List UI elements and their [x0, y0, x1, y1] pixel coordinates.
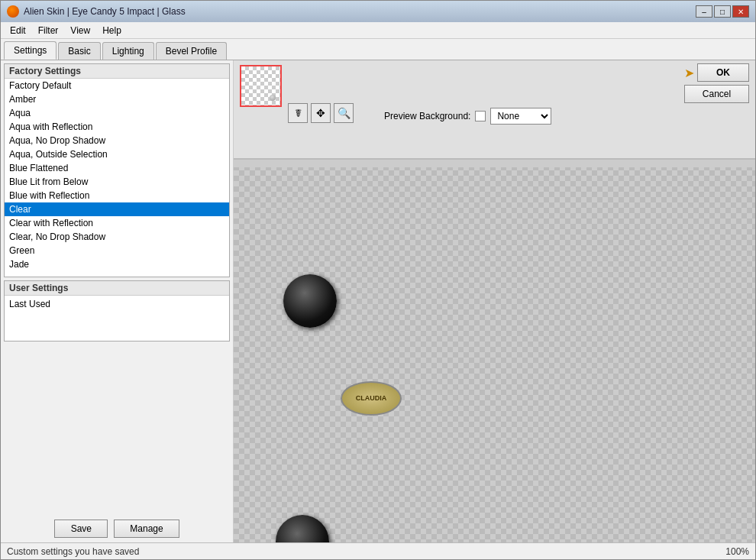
user-group-label: User Settings — [5, 281, 229, 296]
list-item[interactable]: Aqua — [5, 106, 229, 120]
right-panel: ☤ ✥ 🔍 Preview Background: None White Bla… — [234, 60, 755, 542]
preview-strip — [234, 160, 755, 167]
list-item[interactable]: Amber — [5, 92, 229, 106]
list-item[interactable]: Factory Default — [5, 79, 229, 92]
factory-settings-group: Factory Settings Factory Default Amber A… — [4, 63, 230, 277]
list-item-last-used[interactable]: Last Used — [5, 297, 229, 311]
menu-edit[interactable]: Edit — [4, 24, 32, 37]
ok-arrow-icon: ➤ — [684, 66, 694, 80]
cancel-button[interactable]: Cancel — [684, 85, 749, 103]
list-item[interactable]: Clear with Reflection — [5, 216, 229, 230]
glass-ball-1 — [283, 274, 337, 328]
menu-help[interactable]: Help — [96, 24, 128, 37]
user-settings-group: User Settings Last Used — [4, 280, 230, 342]
list-item[interactable]: Aqua, Outside Selection — [5, 147, 229, 161]
menu-view[interactable]: View — [64, 24, 96, 37]
glass-ball-2 — [276, 515, 329, 542]
list-item[interactable]: Blue with Reflection — [5, 189, 229, 202]
menu-filter[interactable]: Filter — [32, 24, 65, 37]
tab-bevel-profile[interactable]: Bevel Profile — [156, 42, 227, 60]
preview-bg-label: Preview Background: — [384, 111, 470, 121]
left-panel: Factory Settings Factory Default Amber A… — [1, 60, 234, 542]
tab-settings[interactable]: Settings — [4, 41, 57, 60]
save-button[interactable]: Save — [54, 520, 108, 538]
app-icon — [7, 5, 19, 18]
list-item[interactable]: Opaque Aqua — [5, 271, 229, 274]
ok-cancel-area: ➤ OK Cancel — [684, 63, 749, 103]
zoom-level: 100% — [725, 546, 749, 557]
manage-button[interactable]: Manage — [114, 520, 179, 538]
minimize-button[interactable]: – — [696, 5, 712, 18]
menubar: Edit Filter View Help — [1, 22, 755, 39]
zoom-tool-button[interactable]: 🔍 — [334, 103, 354, 123]
close-button[interactable]: ✕ — [732, 5, 749, 18]
claudia-logo: CLAUDIA — [341, 381, 402, 416]
status-bar: Custom settings you have saved 100% — [1, 542, 755, 559]
main-content: Factory Settings Factory Default Amber A… — [1, 60, 755, 542]
list-item[interactable]: Aqua, No Drop Shadow — [5, 134, 229, 147]
hand-tool-button[interactable]: ☤ — [288, 103, 308, 123]
bottom-buttons: Save Manage — [1, 515, 233, 542]
list-item[interactable]: Blue Flattened — [5, 161, 229, 175]
bg-dropdown[interactable]: None White Black Custom — [490, 108, 551, 125]
user-settings-list: Last Used — [5, 296, 229, 312]
status-text: Custom settings you have saved — [7, 546, 139, 557]
factory-group-label: Factory Settings — [5, 64, 229, 79]
list-item[interactable]: Jade — [5, 257, 229, 271]
tab-bar: Settings Basic Lighting Bevel Profile — [1, 39, 755, 60]
preview-toolbar: ☤ ✥ 🔍 Preview Background: None White Bla… — [234, 60, 755, 160]
list-item[interactable]: Clear, No Drop Shadow — [5, 230, 229, 244]
title-bar: Alien Skin | Eye Candy 5 Impact | Glass … — [1, 1, 755, 22]
factory-settings-list[interactable]: Factory Default Amber Aqua Aqua with Ref… — [5, 79, 229, 274]
window-title: Alien Skin | Eye Candy 5 Impact | Glass — [24, 6, 186, 17]
tab-lighting[interactable]: Lighting — [102, 42, 154, 60]
title-bar-left: Alien Skin | Eye Candy 5 Impact | Glass — [7, 5, 186, 18]
thumbnail-dot — [270, 95, 276, 101]
list-item[interactable]: Blue Lit from Below — [5, 175, 229, 189]
list-item[interactable]: Green — [5, 244, 229, 257]
settings-list-container: Factory Settings Factory Default Amber A… — [1, 60, 233, 515]
bg-color-swatch[interactable] — [475, 111, 486, 121]
thumbnail-preview — [240, 65, 282, 107]
tab-basic[interactable]: Basic — [58, 42, 100, 60]
move-tool-button[interactable]: ✥ — [311, 103, 331, 123]
maximize-button[interactable]: □ — [714, 5, 731, 18]
preview-area: CLAUDIA — [234, 160, 755, 542]
list-item-clear-selected[interactable]: Clear — [5, 202, 229, 216]
main-window: Alien Skin | Eye Candy 5 Impact | Glass … — [0, 0, 756, 560]
ok-button[interactable]: OK — [697, 63, 749, 82]
list-item[interactable]: Aqua with Reflection — [5, 120, 229, 134]
window-controls: – □ ✕ — [696, 5, 749, 18]
